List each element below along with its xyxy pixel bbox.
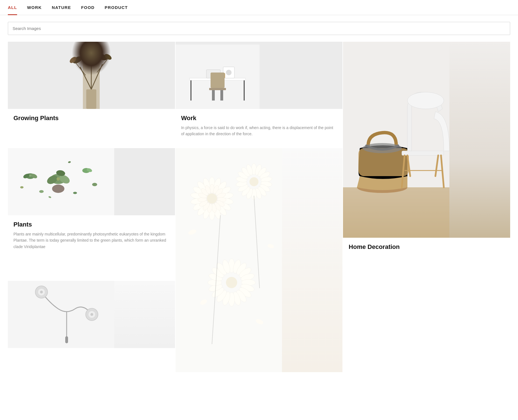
svg-point-48	[39, 190, 44, 193]
svg-point-10	[104, 53, 113, 61]
svg-line-2	[91, 64, 102, 89]
card-growing-plants[interactable]: Growing Plants	[8, 42, 175, 148]
card-home-decoration[interactable]: Home Decoration	[343, 42, 510, 280]
card-flowers[interactable]	[176, 148, 343, 372]
svg-point-17	[226, 70, 232, 75]
card-title-plants: Plants	[13, 221, 169, 228]
svg-point-129	[226, 277, 237, 288]
svg-rect-143	[65, 336, 68, 343]
svg-line-1	[80, 67, 91, 89]
card-body-work: Work In physics, a force is said to do w…	[176, 109, 343, 144]
card-image-work	[176, 42, 343, 109]
card-title-work: Work	[181, 115, 337, 122]
nav-item-food[interactable]: FOOD	[81, 5, 95, 15]
svg-point-142	[90, 313, 93, 316]
card-title-growing-plants: Growing Plants	[13, 115, 169, 122]
svg-point-27	[363, 143, 402, 153]
card-desc-plants: Plants are mainly multicellular, predomi…	[13, 231, 169, 250]
svg-line-5	[97, 59, 108, 73]
navigation: ALL WORK NATURE FOOD PRODUCT	[0, 0, 518, 15]
svg-rect-19	[209, 88, 226, 90]
search-input[interactable]	[8, 22, 510, 35]
svg-rect-23	[343, 187, 449, 238]
svg-rect-22	[211, 73, 225, 88]
svg-point-108	[249, 177, 258, 186]
nav-item-product[interactable]: PRODUCT	[105, 5, 128, 15]
svg-rect-20	[212, 90, 215, 101]
svg-rect-21	[220, 90, 223, 101]
svg-point-49	[73, 192, 77, 194]
card-image-home-decoration	[343, 42, 510, 238]
search-section	[0, 15, 518, 42]
card-work[interactable]: Work In physics, a force is said to do w…	[176, 42, 343, 148]
svg-point-41	[52, 185, 64, 193]
nav-item-work[interactable]: WORK	[27, 5, 42, 15]
svg-point-139	[40, 291, 43, 293]
svg-rect-0	[86, 89, 96, 109]
svg-point-7	[97, 53, 108, 61]
svg-point-89	[207, 193, 217, 204]
image-grid: Growing Plants	[0, 42, 518, 380]
card-image-tech	[8, 281, 175, 348]
nav-item-all[interactable]: ALL	[8, 5, 17, 15]
card-desc-work: In physics, a force is said to do work i…	[181, 125, 337, 137]
card-image-growing-plants	[8, 42, 175, 109]
svg-point-45	[29, 174, 31, 177]
svg-point-50	[92, 183, 97, 186]
card-body-home-decoration: Home Decoration	[343, 238, 510, 260]
svg-point-6	[72, 55, 83, 65]
nav-item-nature[interactable]: NATURE	[52, 5, 71, 15]
svg-point-40	[57, 177, 60, 181]
svg-point-51	[20, 186, 24, 188]
card-body-growing-plants: Growing Plants	[8, 109, 175, 131]
card-title-home-decoration: Home Decoration	[349, 243, 505, 251]
svg-line-4	[74, 61, 86, 75]
card-image-plants	[8, 148, 175, 215]
card-plants[interactable]: Plants Plants are mainly multicellular, …	[8, 148, 175, 281]
card-image-flowers	[176, 148, 343, 372]
card-tech[interactable]	[8, 281, 175, 372]
card-body-plants: Plants Plants are mainly multicellular, …	[8, 215, 175, 256]
svg-point-8	[87, 51, 96, 56]
svg-rect-28	[402, 151, 444, 155]
svg-point-9	[69, 56, 78, 64]
svg-point-34	[407, 92, 444, 109]
